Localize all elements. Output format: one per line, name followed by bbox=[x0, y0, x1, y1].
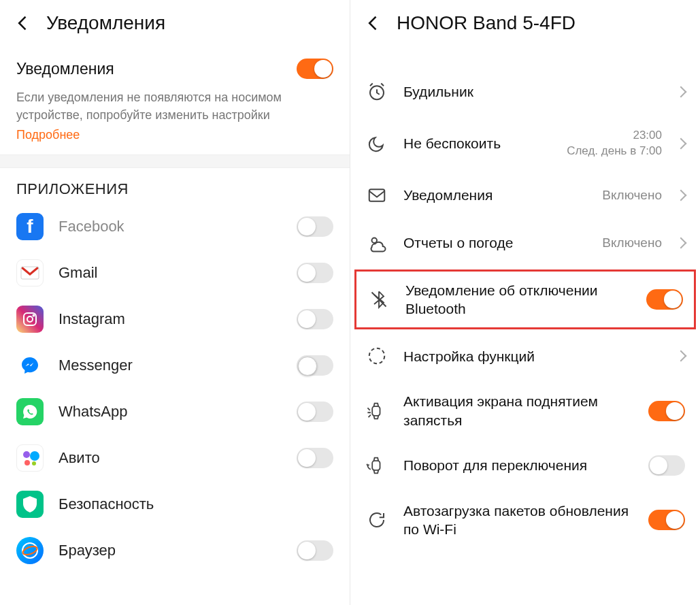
rotate-icon bbox=[365, 454, 388, 477]
chevron-right-icon bbox=[676, 86, 687, 98]
app-row[interactable]: Авито bbox=[0, 435, 350, 481]
chevron-right-icon bbox=[676, 189, 687, 201]
setting-toggle[interactable] bbox=[646, 289, 683, 310]
whatsapp-icon bbox=[16, 398, 44, 425]
svg-rect-16 bbox=[372, 461, 380, 470]
svg-point-14 bbox=[369, 348, 385, 364]
header: HONOR Band 5-4FD bbox=[350, 0, 700, 48]
app-label: Авито bbox=[59, 449, 297, 467]
setting-toggle[interactable] bbox=[648, 401, 685, 421]
svg-point-8 bbox=[22, 543, 37, 558]
gmail-icon bbox=[16, 259, 44, 287]
master-toggle[interactable] bbox=[297, 59, 333, 79]
setting-row-refresh[interactable]: Автозагрузка пакетов обновления по Wi-Fi bbox=[350, 489, 700, 551]
notifications-panel: Уведомления Уведомления Если уведомления… bbox=[0, 0, 350, 605]
func-icon bbox=[365, 344, 388, 367]
section-divider bbox=[0, 154, 350, 168]
bluetooth-icon bbox=[367, 288, 390, 311]
setting-title: Настройка функций bbox=[403, 347, 662, 365]
app-row[interactable]: Messenger bbox=[0, 342, 350, 389]
page-title: HONOR Band 5-4FD bbox=[397, 12, 576, 34]
setting-title: Автозагрузка пакетов обновления по Wi-Fi bbox=[403, 502, 633, 539]
setting-row-mail[interactable]: УведомленияВключено bbox=[350, 171, 700, 219]
setting-toggle[interactable] bbox=[648, 510, 685, 530]
app-toggle[interactable] bbox=[297, 263, 333, 283]
master-toggle-row[interactable]: Уведомления bbox=[0, 48, 350, 86]
setting-title: Поворот для переключения bbox=[403, 456, 633, 474]
app-toggle[interactable] bbox=[297, 216, 333, 237]
svg-point-3 bbox=[33, 315, 35, 316]
hint-text: Если уведомления не появляются на носимо… bbox=[0, 86, 350, 127]
svg-point-7 bbox=[32, 461, 36, 465]
setting-row-moon[interactable]: Не беспокоить23:00След. день в 7:00 bbox=[350, 116, 700, 171]
svg-point-5 bbox=[30, 451, 39, 461]
messenger-icon bbox=[16, 352, 44, 379]
svg-point-2 bbox=[27, 316, 33, 322]
app-row[interactable]: fFacebook bbox=[0, 203, 350, 250]
moon-icon bbox=[365, 132, 388, 155]
setting-row-alarm[interactable]: Будильник bbox=[350, 68, 700, 116]
app-toggle[interactable] bbox=[297, 402, 333, 422]
wrist-icon bbox=[365, 399, 388, 423]
setting-title: Уведомления bbox=[403, 186, 587, 204]
app-label: WhatsApp bbox=[59, 403, 297, 421]
shield-icon bbox=[16, 491, 44, 518]
setting-title: Не беспокоить bbox=[403, 134, 552, 152]
chevron-right-icon bbox=[676, 237, 687, 248]
mail-icon bbox=[365, 184, 388, 207]
app-row[interactable]: Браузер bbox=[0, 527, 350, 574]
setting-title: Будильник bbox=[403, 82, 662, 101]
chevron-right-icon bbox=[676, 350, 687, 362]
app-label: Instagram bbox=[59, 310, 297, 328]
app-label: Безопасность bbox=[59, 495, 333, 513]
apps-section-header: ПРИЛОЖЕНИЯ bbox=[0, 168, 350, 203]
alarm-icon bbox=[365, 80, 388, 103]
avito-icon bbox=[16, 444, 44, 472]
app-label: Messenger bbox=[59, 357, 297, 374]
browser-icon bbox=[16, 537, 44, 564]
setting-title: Активация экрана поднятием запястья bbox=[403, 392, 633, 429]
device-panel: HONOR Band 5-4FD БудильникНе беспокоить2… bbox=[350, 0, 700, 605]
setting-row-func[interactable]: Настройка функций bbox=[350, 332, 700, 380]
app-row[interactable]: Gmail bbox=[0, 250, 350, 296]
app-toggle[interactable] bbox=[297, 355, 333, 376]
svg-point-4 bbox=[23, 451, 30, 458]
setting-row-bluetooth[interactable]: Уведомление об отключении Bluetooth bbox=[354, 269, 696, 330]
setting-toggle[interactable] bbox=[648, 455, 685, 476]
instagram-icon bbox=[16, 306, 44, 333]
app-toggle[interactable] bbox=[297, 448, 333, 468]
app-toggle[interactable] bbox=[297, 540, 333, 561]
svg-point-6 bbox=[24, 460, 30, 465]
more-link[interactable]: Подробнее bbox=[0, 127, 350, 154]
back-icon[interactable] bbox=[14, 14, 33, 33]
setting-row-wrist[interactable]: Активация экрана поднятием запястья bbox=[350, 380, 700, 442]
weather-icon bbox=[365, 231, 388, 255]
setting-value: Включено bbox=[602, 188, 662, 203]
app-label: Gmail bbox=[59, 264, 297, 282]
refresh-icon bbox=[365, 508, 388, 532]
header: Уведомления bbox=[0, 0, 350, 48]
setting-title: Отчеты о погоде bbox=[403, 233, 587, 252]
app-row[interactable]: WhatsApp bbox=[0, 389, 350, 435]
setting-row-rotate[interactable]: Поворот для переключения bbox=[350, 442, 700, 489]
app-toggle[interactable] bbox=[297, 309, 333, 329]
svg-rect-15 bbox=[372, 406, 380, 416]
app-row[interactable]: Instagram bbox=[0, 296, 350, 342]
app-label: Браузер bbox=[59, 542, 297, 559]
setting-title: Уведомление об отключении Bluetooth bbox=[405, 281, 631, 318]
facebook-icon: f bbox=[16, 213, 44, 240]
svg-rect-11 bbox=[369, 189, 385, 201]
page-title: Уведомления bbox=[46, 12, 165, 34]
back-icon[interactable] bbox=[364, 14, 383, 33]
app-row[interactable]: Безопасность bbox=[0, 481, 350, 527]
setting-value: 23:00След. день в 7:00 bbox=[567, 128, 662, 159]
master-toggle-label: Уведомления bbox=[16, 60, 114, 78]
app-label: Facebook bbox=[59, 218, 297, 235]
chevron-right-icon bbox=[676, 137, 687, 149]
setting-value: Включено bbox=[602, 235, 662, 250]
setting-row-weather[interactable]: Отчеты о погодеВключено bbox=[350, 219, 700, 267]
